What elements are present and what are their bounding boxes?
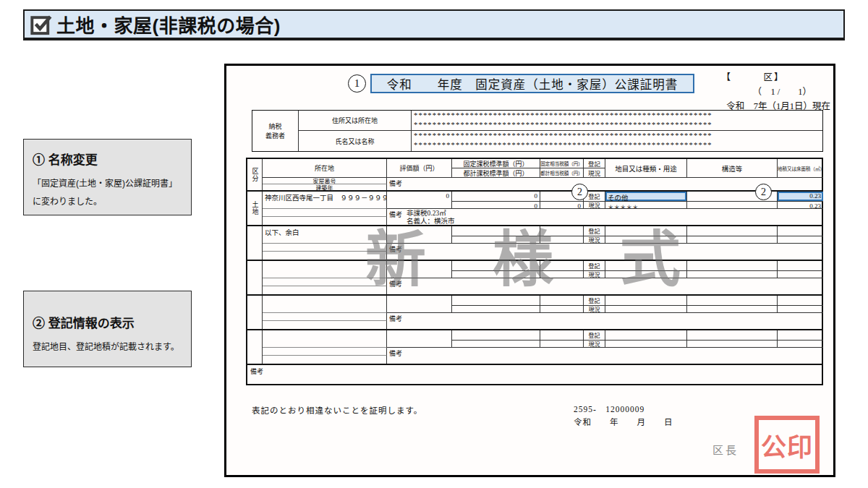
table-footer-remarks: 備考	[247, 365, 822, 384]
land-touki-area: 0.23	[778, 192, 823, 202]
note1-heading: ① 名称変更	[33, 150, 182, 168]
checkbox-icon	[30, 14, 52, 35]
fixed-tax-header: 固定相当税額（円）	[540, 159, 584, 168]
land-remarks-line1: 非課税0.23㎡	[407, 210, 455, 218]
land-row: 土地 神奈川区西寺尾一丁目 ９９９－９９９５ 0 0 0 0 0 登記 現況 そ…	[247, 192, 822, 226]
land-remarks: 備考 非課税0.23㎡ 名義人：横浜市	[387, 209, 823, 225]
certificate-meta: 【 区】 （ 1 / 1） 令和 7年（1月1日）現在	[693, 69, 830, 112]
name-masked-value: ****************************************…	[412, 131, 822, 151]
certificate-page: 1 令和 年度 固定資産（土地・家屋）公課証明書 【 区】 （ 1 / 1） 令…	[224, 64, 835, 477]
note-box-name-change: ① 名称変更 「固定資産(土地・家屋)公課証明書」に変わりました。	[23, 139, 192, 215]
address-masked-value: ****************************************…	[412, 111, 822, 131]
empty-row: 登記 現況 備考	[247, 296, 822, 330]
structure-header: 構造等	[687, 159, 778, 178]
slide-title: 土地・家屋(非課税の場合)	[56, 11, 281, 38]
land-genkyo-category: ＊＊＊＊＊	[605, 202, 687, 209]
slide: 土地・家屋(非課税の場合) ① 名称変更 「固定資産(土地・家屋)公課証明書」に…	[0, 0, 868, 488]
kubun-header: 区分	[247, 159, 263, 190]
official-seal-stamp: 公印	[754, 416, 820, 474]
area-header: 地積又は床面積（㎡）	[778, 159, 823, 178]
document-number: 2595- 12000009	[574, 403, 644, 414]
location-header: 所在地	[263, 159, 387, 178]
slide-title-bar: 土地・家屋(非課税の場合)	[23, 9, 845, 40]
certificate-title: 令和 年度 固定資産（土地・家屋）公課証明書	[370, 74, 694, 93]
city-base-header: 都計課税標準額（円）	[452, 168, 540, 178]
mayor-label: 区長	[712, 442, 739, 457]
note-box-registry-info: ② 登記情報の表示 登記地目、登記地積が記載されます。	[23, 291, 192, 367]
land-city-tax: 0	[540, 202, 584, 209]
main-table: 区分 所在地 評価額（円） 固定課税標準額（円） 都計課税標準額（円） 固定相当…	[246, 158, 823, 385]
land-remarks-line2: 名義人：横浜市	[407, 218, 455, 225]
value-header: 評価額（円）	[387, 159, 452, 178]
empty-row: 登記 現況 備考	[247, 330, 822, 365]
taxpayer-label: 納税 義務者	[252, 111, 299, 151]
land-genkyo-label: 現況	[584, 202, 605, 209]
city-tax-header: 都計相当税額（円）	[540, 168, 584, 178]
land-value: 0	[387, 192, 452, 209]
land-city-base: 0	[452, 202, 540, 209]
land-kubun: 土地	[247, 192, 263, 225]
empty-row: 登記 現況 備考	[247, 261, 822, 296]
table-header: 区分 所在地 評価額（円） 固定課税標準額（円） 都計課税標準額（円） 固定相当…	[247, 159, 822, 192]
issue-date-blank: 令和 年 月 日	[574, 416, 673, 427]
blank-note: 以下、余白	[263, 226, 387, 244]
note2-body: 登記地目、登記地積が記載されます。	[33, 338, 182, 356]
land-location: 神奈川区西寺尾一丁目 ９９９－９９９５	[263, 192, 387, 209]
marker-2-icon: 2	[755, 184, 772, 200]
land-genkyo-area: 0.23	[778, 202, 823, 209]
built-year-header: 建築年	[263, 184, 387, 190]
blank-note-row: 以下、余白 登記 現況 備考	[247, 226, 822, 261]
fixed-base-header: 固定課税標準額（円）	[452, 159, 540, 168]
land-fixed-base: 0	[452, 192, 540, 202]
genkyo-header: 現況	[584, 168, 605, 178]
name-row-label: 氏名又は名称	[299, 131, 412, 151]
touki-header: 登記	[584, 159, 605, 168]
land-genkyo-structure	[687, 202, 778, 209]
category-header: 地目又は種類・用途	[605, 159, 687, 178]
note2-heading: ② 登記情報の表示	[33, 313, 182, 331]
land-touki-category: その他	[605, 192, 687, 202]
page-indicator: （ 1 / 1）	[693, 84, 830, 98]
house-number-header: 家屋番号	[263, 178, 387, 184]
taxpayer-table: 納税 義務者 住所又は所在地 *************************…	[252, 110, 823, 152]
address-row-label: 住所又は所在地	[299, 111, 412, 131]
note1-body: 「固定資産(土地・家屋)公課証明書」に変わりました。	[33, 175, 182, 211]
ward-label: 【 区】	[693, 69, 830, 83]
marker-2-icon: 2	[571, 184, 588, 200]
marker-1-icon: 1	[348, 74, 366, 93]
certify-text: 表記のとおり相違ないことを証明します。	[252, 404, 422, 416]
